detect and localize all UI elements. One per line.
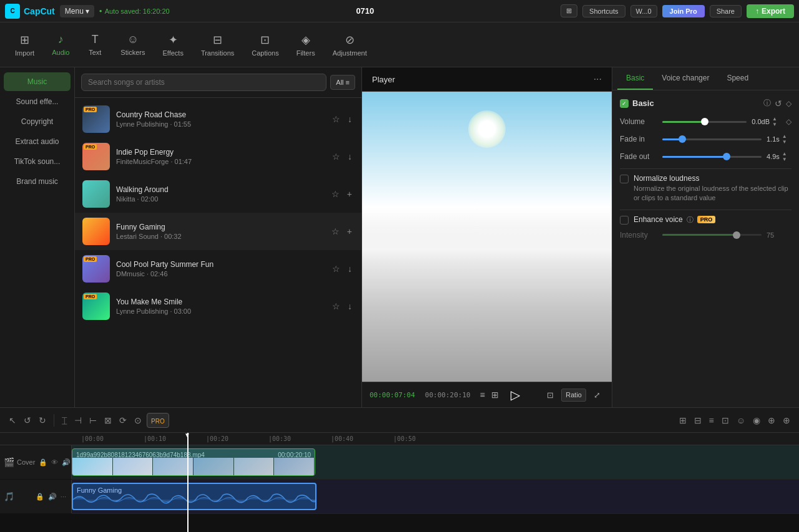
normalize-checkbox[interactable]	[620, 175, 629, 183]
reset-button[interactable]: ↺	[775, 99, 782, 109]
download-button[interactable]: ↓	[346, 112, 354, 126]
left-nav-tiktok-sound[interactable]: TikTok soun...	[4, 152, 71, 171]
list-item[interactable]: You Make Me Smile Lynne Publishing · 03:…	[75, 288, 361, 325]
favorite-button[interactable]: ☆	[330, 187, 341, 201]
zoom-in-button[interactable]: ⊕	[780, 413, 793, 428]
redo-button[interactable]: ↻	[36, 413, 49, 428]
list-item[interactable]: Indie Pop Energy FiniteMusicForge · 01:4…	[75, 138, 361, 175]
video-track-lock-button[interactable]: 🔒	[37, 457, 49, 468]
video-track-hide-button[interactable]: 👁	[50, 457, 59, 468]
toolbar-import[interactable]: ⊞ Import	[7, 28, 42, 62]
record-button[interactable]: ⊕	[765, 413, 778, 428]
keyframe-button[interactable]: ◇	[786, 99, 792, 108]
fade-in-up-button[interactable]: ▲	[781, 133, 788, 139]
search-input[interactable]	[81, 74, 326, 91]
join-pro-button[interactable]: Join Pro	[662, 5, 705, 17]
audio-track-audio-button[interactable]: 🔊	[47, 491, 58, 502]
fullscreen-button[interactable]: ⤢	[590, 389, 604, 402]
add-button[interactable]: +	[345, 225, 354, 238]
left-nav-music[interactable]: Music	[4, 72, 71, 91]
all-filter-button[interactable]: All ≡	[330, 75, 355, 90]
align-button[interactable]: ≡	[707, 413, 717, 428]
player-menu-button[interactable]: ···	[594, 74, 602, 85]
favorite-button[interactable]: ☆	[330, 225, 341, 238]
volume-up-button[interactable]: ▲	[771, 116, 778, 122]
volume-keyframe-button[interactable]: ◇	[786, 117, 792, 126]
fullscreen-preview-button[interactable]: ⊡	[543, 389, 557, 402]
volume-down-button[interactable]: ▼	[771, 122, 778, 127]
left-nav-extract-audio[interactable]: Extract audio	[4, 132, 71, 151]
basic-enable-checkbox[interactable]: ✓	[620, 99, 629, 108]
fade-out-slider[interactable]	[662, 156, 762, 158]
video-clip[interactable]: 1d99a992b808181234676063b9d74b188.mp4 00…	[72, 448, 315, 476]
download-button[interactable]: ↓	[346, 262, 354, 276]
play-button[interactable]: ▷	[511, 387, 520, 402]
stabilize-button[interactable]: ⊙	[132, 413, 144, 428]
volume-slider[interactable]	[662, 121, 747, 123]
toolbar-stickers[interactable]: ☺ Stickers	[113, 28, 152, 61]
fade-in-thumb[interactable]	[679, 135, 686, 143]
left-nav-brand-music[interactable]: Brand music	[4, 172, 71, 191]
list-item[interactable]: Country Road Chase Lynne Publishing · 01…	[75, 100, 361, 138]
audio-clip[interactable]: Funny Gaming	[72, 483, 316, 510]
grid-view-button[interactable]: ⊞	[489, 388, 501, 402]
magnetic-button[interactable]: ⊟	[692, 413, 704, 428]
emoji-button[interactable]: ☺	[734, 413, 748, 428]
toolbar-adjustment[interactable]: ⊘ Adjustment	[325, 28, 375, 62]
toolbar-captions[interactable]: ⊡ Captions	[244, 28, 286, 62]
snap-tool-button[interactable]: ⊞	[677, 413, 689, 428]
fade-in-spinner[interactable]: ▲ ▼	[781, 133, 788, 145]
toolbar-transitions[interactable]: ⊟ Transitions	[194, 28, 242, 62]
list-item[interactable]: Funny Gaming Lestari Sound · 00:32 ☆ +	[75, 213, 361, 250]
favorite-button[interactable]: ☆	[330, 150, 342, 163]
toolbar-audio[interactable]: ♪ Audio	[44, 28, 77, 61]
add-button[interactable]: +	[345, 187, 354, 201]
fit-button[interactable]: ⊡	[719, 413, 732, 428]
audio-track-more-button[interactable]: ···	[59, 491, 67, 502]
audio-track-lock-button[interactable]: 🔒	[34, 491, 46, 502]
color-button[interactable]: ◉	[750, 413, 763, 428]
toolbar-text[interactable]: T Text	[79, 28, 110, 61]
fade-out-up-button[interactable]: ▲	[781, 151, 788, 157]
workspace-button[interactable]: W...0	[630, 5, 657, 17]
export-button[interactable]: ↑ Export	[747, 4, 794, 18]
favorite-button[interactable]: ☆	[330, 112, 342, 126]
video-track-audio-button[interactable]: 🔊	[61, 457, 72, 468]
enhance-info-icon[interactable]: ⓘ	[687, 215, 694, 225]
enhance-voice-checkbox[interactable]	[620, 216, 629, 225]
list-view-button[interactable]: ≡	[478, 388, 487, 402]
menu-button[interactable]: Menu ▾	[60, 5, 94, 17]
toolbar-effects[interactable]: ✦ Effects	[155, 28, 190, 62]
shortcuts-button[interactable]: Shortcuts	[582, 5, 625, 17]
undo-button[interactable]: ↺	[21, 413, 34, 428]
trim-start-button[interactable]: ⊣	[72, 413, 84, 428]
download-button[interactable]: ↓	[346, 150, 354, 163]
favorite-button[interactable]: ☆	[330, 262, 342, 276]
tab-voice-changer[interactable]: Voice changer	[653, 67, 718, 90]
left-nav-sound-effects[interactable]: Sound effe...	[4, 92, 71, 111]
trim-end-button[interactable]: ⊢	[87, 413, 99, 428]
fade-out-thumb[interactable]	[723, 153, 730, 160]
fade-out-spinner[interactable]: ▲ ▼	[781, 151, 788, 162]
share-button[interactable]: Share	[710, 5, 742, 17]
loop-button[interactable]: ⟳	[117, 413, 129, 428]
pro-tool-button[interactable]: PRO	[147, 413, 169, 428]
fade-in-slider[interactable]	[662, 138, 762, 140]
volume-slider-thumb[interactable]	[701, 118, 708, 125]
favorite-button[interactable]: ☆	[330, 299, 342, 313]
select-tool-button[interactable]: ↖	[6, 413, 19, 428]
toolbar-filters[interactable]: ◈ Filters	[289, 28, 323, 62]
download-button[interactable]: ↓	[346, 299, 354, 313]
list-item[interactable]: Cool Pool Party Summer Fun DMmusic · 02:…	[75, 250, 361, 288]
volume-spinner[interactable]: ▲ ▼	[771, 116, 778, 127]
tab-speed[interactable]: Speed	[718, 67, 757, 90]
ratio-button[interactable]: Ratio	[561, 389, 586, 402]
monitor-button[interactable]: ⊞	[561, 4, 577, 17]
tab-basic[interactable]: Basic	[617, 67, 653, 90]
fade-out-down-button[interactable]: ▼	[781, 157, 788, 162]
delete-button[interactable]: ⊠	[102, 413, 114, 428]
split-button[interactable]: ⌶	[59, 413, 69, 428]
list-item[interactable]: Walking Around Nikitta · 02:00 ☆ +	[75, 175, 361, 213]
left-nav-copyright[interactable]: Copyright	[4, 112, 71, 131]
fade-in-down-button[interactable]: ▼	[781, 139, 788, 145]
